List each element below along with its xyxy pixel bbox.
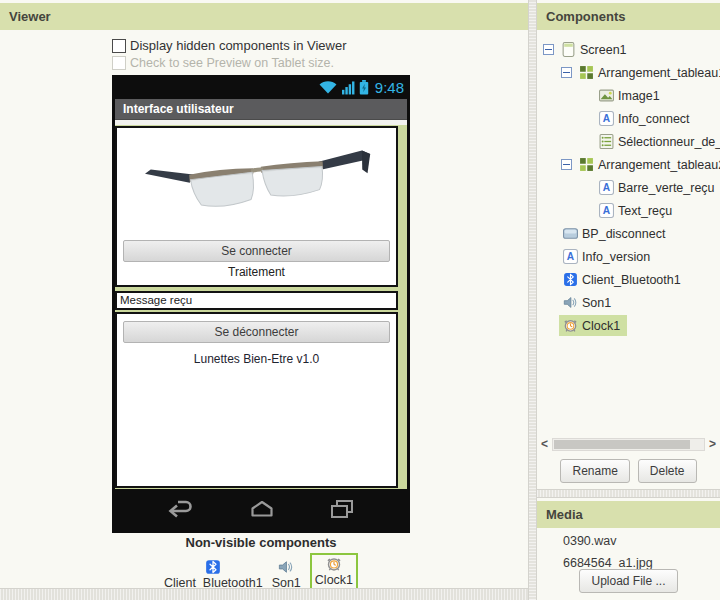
media-file-list: 0390.wav6684564_a1.jpg <box>563 530 653 574</box>
tree-item-label: Image1 <box>618 89 660 103</box>
label-icon: A <box>563 249 578 264</box>
scroll-left-arrow[interactable]: < <box>539 436 550 452</box>
version-label[interactable]: Lunettes Bien-Etre v1.0 <box>117 352 396 366</box>
tree-item-label: BP_disconnect <box>582 227 665 241</box>
component-actions: Rename Delete <box>537 459 720 483</box>
svg-text:A: A <box>567 251 575 262</box>
tree-item-label: Text_reçu <box>618 204 672 218</box>
sound-icon <box>278 559 294 575</box>
screen-icon <box>561 42 576 57</box>
collapse-icon[interactable] <box>561 159 572 170</box>
components-header: Components <box>537 3 720 30</box>
right-panel: Components Screen1Arrangement_tableau1Im… <box>537 0 720 600</box>
app-inventor-designer: Viewer Display hidden components in View… <box>0 0 720 600</box>
viewer-title: Viewer <box>9 9 51 24</box>
nonvisible-item-clock1[interactable]: Clock1 <box>310 553 358 590</box>
home-icon <box>248 499 276 523</box>
message-textbox[interactable]: Message reçu <box>115 291 398 310</box>
tree-item-label: Screen1 <box>580 43 627 57</box>
scrollbar-track[interactable] <box>552 438 705 451</box>
tree-item-son1[interactable]: Son1 <box>537 291 720 314</box>
tree-item-info_version[interactable]: AInfo_version <box>537 245 720 268</box>
tree-item-label: Arrangement_tableau1 <box>598 66 720 80</box>
viewer-header: Viewer <box>0 3 528 30</box>
components-title: Components <box>546 9 625 24</box>
table-arrangement-icon <box>579 65 594 80</box>
processing-label[interactable]: Traitement <box>117 265 396 279</box>
wifi-icon <box>318 80 338 95</box>
signal-icon <box>342 80 355 95</box>
tree-item-clock1[interactable]: Clock1 <box>537 314 720 337</box>
tablet-preview-checkbox-row[interactable]: Check to see Preview on Tablet size. <box>112 56 334 70</box>
media-header: Media <box>537 501 720 528</box>
glasses-image[interactable] <box>117 128 396 238</box>
connect-button[interactable]: Se connecter <box>123 240 390 262</box>
svg-text:A: A <box>603 205 611 216</box>
rename-button[interactable]: Rename <box>560 459 629 483</box>
disconnect-button[interactable]: Se déconnecter <box>123 321 390 343</box>
delete-button[interactable]: Delete <box>638 459 697 483</box>
tree-item-label: Son1 <box>582 296 611 310</box>
phone-mockup: 9:48 Interface utilisateur <box>112 75 410 533</box>
arrangement-tableau2[interactable]: Se déconnecter Lunettes Bien-Etre v1.0 <box>115 312 398 488</box>
viewer-panel: Viewer Display hidden components in View… <box>0 0 528 600</box>
tree-item-label: Sélectionneur_de_liste <box>618 135 720 149</box>
nonvisible-title: Non-visible components <box>112 535 410 550</box>
tree-item-arrangement_tableau2[interactable]: Arrangement_tableau2 <box>537 153 720 176</box>
upload-file-button[interactable]: Upload File ... <box>579 569 677 593</box>
svg-text:A: A <box>603 182 611 193</box>
display-hidden-checkbox-row[interactable]: Display hidden components in Viewer <box>112 38 347 53</box>
tree-item-label: Client_Bluetooth1 <box>582 273 681 287</box>
tree-item-info_connect[interactable]: AInfo_connect <box>537 107 720 130</box>
components-tree: Screen1Arrangement_tableau1Image1AInfo_c… <box>537 30 720 337</box>
status-time: 9:48 <box>375 79 404 96</box>
collapse-icon[interactable] <box>543 44 554 55</box>
display-hidden-checkbox[interactable] <box>112 39 126 53</box>
tree-item-bp_disconnect[interactable]: BP_disconnect <box>537 222 720 245</box>
back-icon <box>166 499 196 523</box>
bluetooth-icon <box>205 559 221 575</box>
table-arrangement-icon <box>579 157 594 172</box>
tree-item-label: Info_connect <box>618 112 690 126</box>
label-icon: A <box>599 180 614 195</box>
tree-item-barre_verte_reçu[interactable]: ABarre_verte_reçu <box>537 176 720 199</box>
tree-item-label: Barre_verte_reçu <box>618 181 715 195</box>
scroll-right-arrow[interactable]: > <box>707 436 718 452</box>
nonvisible-components: Non-visible components Client_Bluetooth1… <box>112 535 410 590</box>
tree-item-label: Arrangement_tableau2 <box>598 158 720 172</box>
tree-item-text_reçu[interactable]: AText_reçu <box>537 199 720 222</box>
media-file[interactable]: 0390.wav <box>563 530 653 552</box>
tree-item-label: Info_version <box>582 250 650 264</box>
nonvisible-item-son1[interactable]: Son1 <box>272 559 301 590</box>
battery-icon <box>359 80 369 95</box>
recents-icon <box>328 499 356 523</box>
svg-text:A: A <box>603 113 611 124</box>
tree-horizontal-scrollbar[interactable]: < > <box>539 436 718 452</box>
tree-item-client_bluetooth1[interactable]: Client_Bluetooth1 <box>537 268 720 291</box>
bluetooth-icon <box>563 272 578 287</box>
tablet-preview-checkbox[interactable] <box>112 56 126 70</box>
scrollbar-thumb[interactable] <box>554 440 690 449</box>
label-icon: A <box>599 203 614 218</box>
clock-icon <box>326 556 342 572</box>
screen-canvas[interactable]: Se connecter Traitement Message reçu Se … <box>115 125 407 489</box>
button-icon <box>563 226 578 241</box>
tree-item-screen1[interactable]: Screen1 <box>537 38 720 61</box>
upload-wrap: Upload File ... <box>537 569 720 593</box>
clock-icon <box>563 318 578 333</box>
collapse-icon[interactable] <box>561 67 572 78</box>
listpicker-icon <box>599 134 614 149</box>
tablet-preview-label: Check to see Preview on Tablet size. <box>130 56 334 70</box>
nonvisible-item-label: Clock1 <box>315 573 353 587</box>
panel-divider <box>528 0 537 600</box>
sound-icon <box>563 295 578 310</box>
tree-item-sélectionneur_de_liste[interactable]: Sélectionneur_de_liste <box>537 130 720 153</box>
screen-title-bar: Interface utilisateur <box>115 99 407 120</box>
tree-item-arrangement_tableau1[interactable]: Arrangement_tableau1 <box>537 61 720 84</box>
arrangement-tableau1[interactable]: Se connecter Traitement <box>115 126 398 287</box>
label-icon: A <box>599 111 614 126</box>
phone-status-bar: 9:48 <box>115 75 407 99</box>
media-title: Media <box>546 507 583 522</box>
nonvisible-item-client_bluetooth1[interactable]: Client_Bluetooth1 <box>164 559 263 590</box>
tree-item-image1[interactable]: Image1 <box>537 84 720 107</box>
